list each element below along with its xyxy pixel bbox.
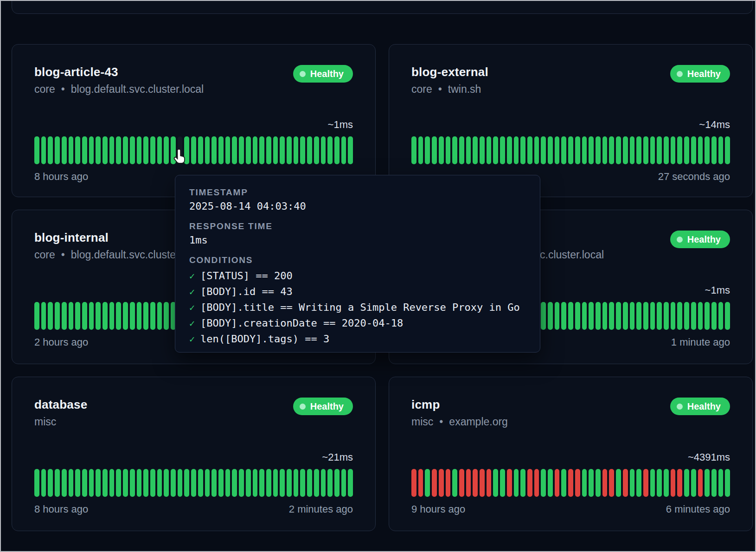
uptime-bar[interactable] xyxy=(500,136,505,164)
uptime-bar[interactable] xyxy=(636,469,641,497)
uptime-bar[interactable] xyxy=(582,302,587,330)
uptime-bar[interactable] xyxy=(487,136,492,164)
uptime-bar[interactable] xyxy=(705,136,710,164)
uptime-bar[interactable] xyxy=(198,469,203,497)
uptime-bar[interactable] xyxy=(650,469,655,497)
uptime-bar[interactable] xyxy=(164,469,169,497)
uptime-bar[interactable] xyxy=(341,136,346,164)
uptime-bar[interactable] xyxy=(171,136,176,164)
uptime-bar[interactable] xyxy=(48,469,53,497)
uptime-bar[interactable] xyxy=(116,136,121,164)
uptime-bar[interactable] xyxy=(548,469,553,497)
uptime-bar[interactable] xyxy=(705,469,710,497)
uptime-bar[interactable] xyxy=(664,302,669,330)
uptime-bar[interactable] xyxy=(75,136,80,164)
uptime-bar[interactable] xyxy=(62,469,67,497)
uptime-bar[interactable] xyxy=(130,302,135,330)
uptime-bar[interactable] xyxy=(623,302,628,330)
uptime-bar[interactable] xyxy=(109,136,115,164)
uptime-bar[interactable] xyxy=(280,136,285,164)
uptime-bar[interactable] xyxy=(191,136,196,164)
uptime-bar[interactable] xyxy=(300,136,305,164)
uptime-bar[interactable] xyxy=(334,136,340,164)
uptime-bar[interactable] xyxy=(327,469,333,497)
uptime-bar[interactable] xyxy=(527,136,532,164)
uptime-bar[interactable] xyxy=(500,469,505,497)
uptime-bar[interactable] xyxy=(555,469,560,497)
uptime-bar[interactable] xyxy=(246,469,251,497)
uptime-bar[interactable] xyxy=(143,469,148,497)
uptime-bar[interactable] xyxy=(82,136,87,164)
uptime-bar[interactable] xyxy=(514,469,519,497)
uptime-bar[interactable] xyxy=(452,136,457,164)
uptime-bar[interactable] xyxy=(211,469,217,497)
uptime-bar[interactable] xyxy=(307,136,312,164)
uptime-bar[interactable] xyxy=(137,302,142,330)
uptime-bar[interactable] xyxy=(143,136,148,164)
uptime-bar[interactable] xyxy=(96,136,101,164)
uptime-bar[interactable] xyxy=(623,136,628,164)
uptime-bar[interactable] xyxy=(520,469,525,497)
uptime-bar[interactable] xyxy=(630,136,635,164)
uptime-bar[interactable] xyxy=(314,136,319,164)
uptime-bar[interactable] xyxy=(205,136,210,164)
uptime-bar[interactable] xyxy=(643,136,648,164)
uptime-bar[interactable] xyxy=(300,469,305,497)
uptime-bar[interactable] xyxy=(164,136,169,164)
uptime-bar[interactable] xyxy=(307,469,312,497)
uptime-bar[interactable] xyxy=(657,469,662,497)
uptime-bar[interactable] xyxy=(534,136,539,164)
uptime-bar[interactable] xyxy=(677,469,682,497)
uptime-bar[interactable] xyxy=(473,136,478,164)
uptime-bar[interactable] xyxy=(541,302,546,330)
uptime-bar[interactable] xyxy=(55,136,60,164)
uptime-bar[interactable] xyxy=(109,469,115,497)
uptime-bar[interactable] xyxy=(582,469,587,497)
uptime-bar[interactable] xyxy=(218,136,224,164)
uptime-bar[interactable] xyxy=(664,136,669,164)
uptime-bar[interactable] xyxy=(116,302,121,330)
uptime-bar[interactable] xyxy=(671,136,676,164)
uptime-bar[interactable] xyxy=(609,302,614,330)
uptime-bar[interactable] xyxy=(609,136,614,164)
uptime-bar[interactable] xyxy=(698,469,703,497)
uptime-bar[interactable] xyxy=(96,302,101,330)
uptime-bar[interactable] xyxy=(321,136,326,164)
uptime-bar[interactable] xyxy=(636,136,641,164)
uptime-bar[interactable] xyxy=(602,136,608,164)
uptime-bar[interactable] xyxy=(273,469,278,497)
uptime-bar[interactable] xyxy=(287,136,292,164)
uptime-bar[interactable] xyxy=(575,136,580,164)
uptime-bar[interactable] xyxy=(55,469,60,497)
uptime-bar[interactable] xyxy=(89,136,94,164)
uptime-bar[interactable] xyxy=(418,469,423,497)
uptime-bar[interactable] xyxy=(82,302,87,330)
uptime-bar[interactable] xyxy=(89,469,94,497)
uptime-bar[interactable] xyxy=(287,469,292,497)
uptime-bar[interactable] xyxy=(130,136,135,164)
uptime-bar[interactable] xyxy=(596,302,601,330)
uptime-bar[interactable] xyxy=(75,469,80,497)
uptime-bar[interactable] xyxy=(432,136,437,164)
uptime-bar[interactable] xyxy=(425,136,430,164)
uptime-bar[interactable] xyxy=(266,469,271,497)
uptime-bar[interactable] xyxy=(616,302,621,330)
uptime-bar[interactable] xyxy=(691,136,696,164)
uptime-bar[interactable] xyxy=(575,302,580,330)
endpoint-card-blog-external[interactable]: blog-external core • twin.sh Healthy ~14… xyxy=(389,44,753,197)
uptime-bar[interactable] xyxy=(677,136,682,164)
uptime-bar[interactable] xyxy=(541,469,546,497)
uptime-bar[interactable] xyxy=(473,469,478,497)
uptime-bar[interactable] xyxy=(657,136,662,164)
uptime-bar[interactable] xyxy=(55,302,60,330)
uptime-bar[interactable] xyxy=(589,136,594,164)
uptime-bar[interactable] xyxy=(418,136,423,164)
uptime-bar[interactable] xyxy=(602,302,608,330)
uptime-bar[interactable] xyxy=(493,469,498,497)
uptime-bar[interactable] xyxy=(273,136,278,164)
uptime-bar[interactable] xyxy=(616,469,621,497)
uptime-bar[interactable] xyxy=(259,469,264,497)
uptime-bar[interactable] xyxy=(48,136,53,164)
uptime-bar[interactable] xyxy=(548,302,553,330)
uptime-bar[interactable] xyxy=(459,136,464,164)
